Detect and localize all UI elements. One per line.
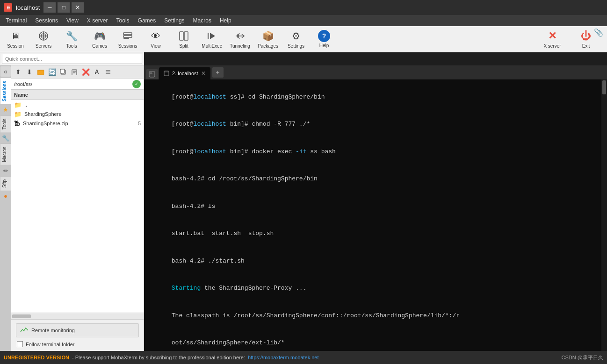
- menu-view[interactable]: View: [63, 16, 82, 25]
- tunneling-button[interactable]: Tunneling: [226, 28, 253, 51]
- status-bar: UNREGISTERED VERSION - Please support Mo…: [0, 351, 607, 364]
- horizontal-scrollbar[interactable]: [11, 313, 144, 319]
- help-icon: ?: [318, 30, 330, 42]
- new-tab-icon[interactable]: [146, 69, 158, 79]
- menu-tools[interactable]: Tools: [113, 16, 133, 25]
- list-item[interactable]: 📁 ..: [11, 100, 144, 109]
- copy-button[interactable]: [58, 67, 68, 77]
- unregistered-badge: UNREGISTERED VERSION: [4, 355, 69, 360]
- session-button[interactable]: 🖥 Session: [2, 28, 29, 51]
- quick-connect-input[interactable]: [2, 54, 142, 64]
- file-name: ShardingSphere.zip: [23, 121, 124, 126]
- quick-connect-bar: [0, 52, 144, 65]
- list-item[interactable]: 🗜 ShardingSphere.zip 5: [11, 119, 144, 128]
- menu-sessions[interactable]: Sessions: [31, 16, 62, 25]
- window-title: localhost: [16, 4, 40, 11]
- current-path: /root/ss/: [14, 81, 130, 87]
- file-name: ShardingSphere: [24, 111, 141, 117]
- file-list[interactable]: 📁 .. 📁 ShardingSphere 🗜 ShardingSphere.z…: [11, 100, 144, 313]
- servers-button[interactable]: Servers: [30, 28, 57, 51]
- tab-close-button[interactable]: ✕: [201, 70, 206, 77]
- sftp-tab-icon[interactable]: ●: [0, 191, 11, 201]
- scrollbar-thumb[interactable]: [602, 80, 606, 94]
- sftp-tab[interactable]: Sftp: [0, 176, 11, 191]
- remote-monitoring-button[interactable]: Remote monitoring: [16, 323, 139, 337]
- refresh-button[interactable]: 🔄: [47, 67, 57, 77]
- svg-rect-14: [60, 69, 65, 73]
- svg-rect-7: [180, 32, 183, 40]
- macros-tab[interactable]: Macros: [0, 143, 11, 165]
- vertical-tabs: « Sessions ★ Tools 🔧 Macros ✏ Sftp ●: [0, 65, 11, 351]
- terminal-scrollbar[interactable]: [601, 79, 607, 351]
- tools-button[interactable]: 🔧 Tools: [58, 28, 85, 51]
- svg-rect-25: [164, 71, 169, 76]
- terminal-area: 2. localhost ✕ + [root@localhost ss]# cd…: [144, 65, 607, 351]
- up-button[interactable]: ⬆: [13, 67, 23, 77]
- close-button[interactable]: ✕: [72, 2, 84, 13]
- games-button[interactable]: 🎮 Games: [86, 28, 113, 51]
- svg-rect-8: [184, 32, 188, 40]
- tools-tab[interactable]: Tools: [0, 115, 11, 132]
- terminal-line: The classpath is /root/ss/ShardingSphere…: [150, 302, 601, 329]
- svg-rect-22: [149, 71, 155, 77]
- menu-settings[interactable]: Settings: [160, 16, 188, 25]
- app-icon: 🖥: [4, 3, 12, 12]
- more-button[interactable]: [103, 67, 113, 77]
- tools-icon: 🔧: [65, 29, 78, 43]
- scrollbar-thumb[interactable]: [12, 314, 31, 318]
- packages-button[interactable]: 📦 Packages: [254, 28, 282, 51]
- follow-folder-checkbox[interactable]: [17, 341, 23, 347]
- minimize-button[interactable]: ─: [43, 2, 56, 13]
- menu-terminal[interactable]: Terminal: [2, 16, 30, 25]
- rename-button[interactable]: A: [92, 67, 102, 77]
- servers-icon: [37, 29, 50, 43]
- help-button[interactable]: ? Help: [311, 28, 338, 51]
- down-button[interactable]: ⬇: [24, 67, 35, 77]
- new-folder-button[interactable]: [36, 67, 46, 77]
- xserver-button[interactable]: ✕ X server: [536, 28, 569, 51]
- terminal-line: bash-4.2# cd /root/ss/ShardingSphere/bin: [150, 165, 601, 193]
- sessions-tab[interactable]: Sessions: [0, 78, 11, 104]
- menu-games[interactable]: Games: [134, 16, 160, 25]
- packages-icon: 📦: [261, 29, 275, 43]
- macros-tab-icon[interactable]: ✏: [0, 165, 11, 176]
- svg-rect-15: [72, 70, 77, 75]
- terminal-line: [root@localhost bin]# chmod -R 777 ./*: [150, 111, 601, 138]
- menu-xserver[interactable]: X server: [83, 16, 112, 25]
- name-column-header: Name: [14, 92, 28, 98]
- delete-button[interactable]: ❌: [80, 67, 91, 77]
- split-icon: [177, 29, 190, 43]
- mobaxterm-link[interactable]: https://mobaxterm.mobatek.net: [248, 355, 319, 360]
- terminal-tab-localhost[interactable]: 2. localhost ✕: [159, 67, 210, 79]
- split-button[interactable]: Split: [170, 28, 197, 51]
- status-right: CSDN @承平日久: [562, 354, 603, 361]
- toolbar: 🖥 Session Servers 🔧 Tools 🎮 Games Sessio…: [0, 26, 607, 52]
- svg-rect-6: [123, 38, 129, 39]
- multiexec-button[interactable]: MultiExec: [198, 28, 225, 51]
- view-button[interactable]: 👁 View: [142, 28, 169, 51]
- sessions-button[interactable]: Sessions: [114, 28, 141, 51]
- edit-button[interactable]: [69, 67, 79, 77]
- settings-button[interactable]: ⚙ Settings: [282, 28, 310, 51]
- file-list-header: Name: [11, 90, 144, 100]
- list-item[interactable]: 📁 ShardingSphere: [11, 109, 144, 119]
- file-name: ..: [24, 102, 141, 107]
- add-tab-button[interactable]: +: [212, 67, 224, 78]
- settings-icon: ⚙: [289, 29, 303, 43]
- multiexec-icon: [205, 29, 218, 43]
- title-bar: 🖥 localhost ─ □ ✕: [0, 0, 607, 15]
- svg-marker-9: [210, 33, 215, 39]
- collapse-arrow[interactable]: «: [0, 66, 11, 77]
- games-icon: 🎮: [93, 29, 106, 43]
- tools-tab-icon[interactable]: 🔧: [0, 133, 11, 143]
- panel-bottom: Remote monitoring Follow terminal folder: [11, 319, 144, 351]
- favorites-icon[interactable]: ★: [0, 105, 11, 115]
- maximize-button[interactable]: □: [58, 2, 70, 13]
- attachment-icon: 📎: [594, 28, 603, 37]
- menu-help[interactable]: Help: [216, 16, 235, 25]
- follow-folder-option[interactable]: Follow terminal folder: [13, 339, 142, 349]
- terminal-content[interactable]: [root@localhost ss]# cd ShardingSphere/b…: [144, 79, 607, 351]
- tunneling-icon: [233, 29, 246, 43]
- menu-macros[interactable]: Macros: [189, 16, 215, 25]
- menu-bar: Terminal Sessions View X server Tools Ga…: [0, 15, 607, 26]
